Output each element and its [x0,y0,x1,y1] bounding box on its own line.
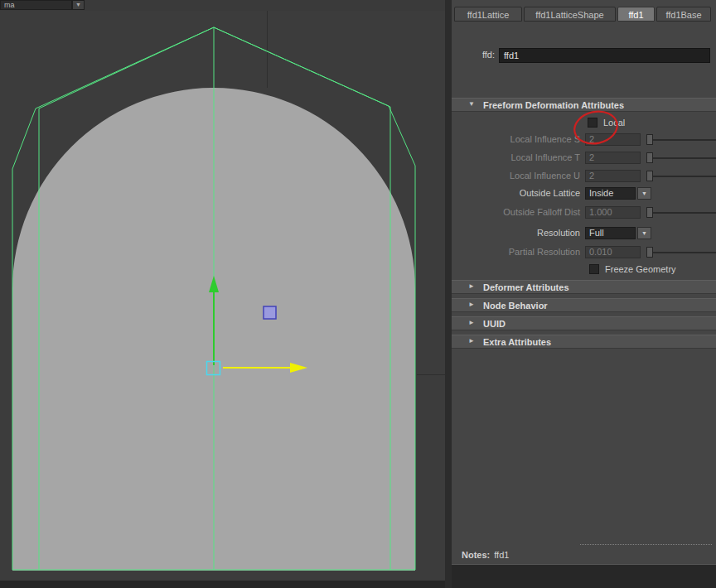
local-influence-s-slider [645,133,716,147]
collapse-triangle-icon: ▼ [468,100,475,108]
outside-lattice-label: Outside Lattice [452,186,580,200]
local-influence-s-label: Local Influence S [452,133,580,147]
section-freeform-deformation[interactable]: ▼ Freeform Deformation Attributes [452,98,716,112]
local-influence-u-field: 2 [585,170,641,182]
tab-ffd1latticeshape[interactable]: ffd1LatticeShape [524,7,616,22]
attr-row-outside-falloff-dist: Outside Falloff Dist 1.000 [452,205,716,219]
attr-row-local-influence-u: Local Influence U 2 [452,169,716,183]
section-uuid[interactable]: ► UUID [452,316,716,330]
viewport-camera-menu[interactable]: ma [0,0,72,10]
lattice-point-handle[interactable] [264,306,276,319]
viewport-topbar: ma ▼ [0,0,445,11]
expand-triangle-icon: ► [468,301,475,308]
viewport-canvas[interactable] [0,0,445,588]
section-title: Node Behavior [483,299,548,312]
outside-lattice-dropdown[interactable]: Inside [585,187,636,200]
chevron-down-icon[interactable]: ▼ [637,227,651,239]
section-title: Deformer Attributes [483,281,569,294]
partial-resolution-slider [645,245,716,259]
expand-triangle-icon: ► [468,319,475,326]
tab-ffd1[interactable]: ffd1 [617,7,655,22]
attr-row-local-influence-s: Local Influence S 2 [452,133,716,147]
section-title: UUID [483,317,506,330]
panel-splitter[interactable] [445,0,452,588]
local-influence-t-field: 2 [585,152,641,164]
notes-value: ffd1 [494,550,509,560]
section-extra-attributes[interactable]: ► Extra Attributes [452,335,716,349]
local-checkbox[interactable] [588,118,597,128]
chevron-down-icon[interactable]: ▼ [72,0,85,10]
partial-resolution-label: Partial Resolution [452,245,580,259]
slider-track [646,139,716,141]
slider-handle [646,134,653,145]
resolution-label: Resolution [452,226,580,240]
slider-handle [646,152,653,163]
slider-handle [646,207,653,218]
maya-window: ma ▼ ffd1Lattice ffd1LatticeShape ffd1 f… [0,0,716,588]
section-title: Extra Attributes [483,335,551,349]
local-influence-t-slider [645,151,716,165]
resolution-dropdown[interactable]: Full [585,227,636,239]
local-influence-s-field: 2 [585,133,641,146]
outside-falloff-dist-field: 1.000 [585,206,641,219]
viewport-bottom-edge [0,581,445,588]
section-deformer-attributes[interactable]: ► Deformer Attributes [452,280,716,294]
outside-falloff-dist-label: Outside Falloff Dist [452,205,580,219]
attr-row-resolution: Resolution Full ▼ [452,226,716,240]
freeze-geometry-label: Freeze Geometry [605,263,676,276]
attr-row-local-influence-t: Local Influence T 2 [452,151,716,165]
node-tabs: ffd1Lattice ffd1LatticeShape ffd1 ffd1Ba… [454,7,711,22]
notes-separator [580,544,712,545]
viewport-panel[interactable]: ma ▼ [0,0,445,588]
tab-ffd1lattice[interactable]: ffd1Lattice [454,7,522,22]
local-checkbox-label: Local [603,116,625,129]
attr-row-outside-lattice: Outside Lattice Inside ▼ [452,186,716,200]
notes-label: Notes: [462,550,490,560]
expand-triangle-icon: ► [468,282,475,290]
slider-track [646,212,716,214]
notes-text-area[interactable] [452,564,716,588]
expand-triangle-icon: ► [468,337,475,345]
slider-handle [646,171,653,181]
ffd-name-label: ffd: [452,50,495,60]
section-title: Freeform Deformation Attributes [483,99,624,112]
attr-row-partial-resolution: Partial Resolution 0.010 [452,245,716,259]
chevron-down-icon[interactable]: ▼ [637,187,651,200]
slider-handle [646,247,653,258]
local-influence-t-label: Local Influence T [452,151,580,165]
slider-track [646,157,716,159]
tab-ffd1base[interactable]: ffd1Base [656,7,711,22]
ffd-name-field[interactable]: ffd1 [499,48,710,63]
partial-resolution-field: 0.010 [585,246,641,258]
section-node-behavior[interactable]: ► Node Behavior [452,298,716,312]
local-influence-u-label: Local Influence U [452,169,580,183]
outside-falloff-dist-slider [645,205,716,219]
attribute-editor: ffd1Lattice ffd1LatticeShape ffd1 ffd1Ba… [452,0,716,588]
notes-row: Notes:ffd1 [462,549,509,561]
local-influence-u-slider [645,169,716,183]
freeze-geometry-checkbox[interactable] [589,264,599,274]
slider-track [646,252,716,253]
slider-track [646,176,716,177]
